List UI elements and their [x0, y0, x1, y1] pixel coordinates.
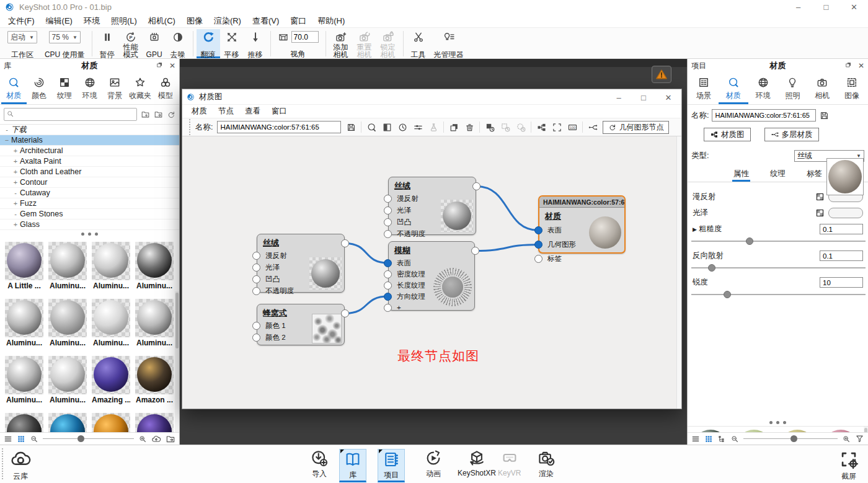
expand-arrow-icon[interactable]: ▶ [693, 226, 697, 233]
zoom-out-icon[interactable] [730, 435, 739, 443]
dock-item-库[interactable]: 库 [339, 449, 366, 482]
perspective-value-input[interactable] [291, 31, 319, 43]
tree-item-Contour[interactable]: +Contour [0, 177, 179, 188]
toolbar-GPU[interactable]: GPU [143, 29, 166, 58]
tree-item-Architectural[interactable]: +Architectural [0, 146, 179, 156]
graph-menu-查看[interactable]: 查看 [239, 104, 266, 118]
material-graph-button[interactable]: 材质图 [704, 128, 751, 141]
material-thumbnail-Amazon ...[interactable]: Amazon ... [135, 356, 174, 404]
input-port-长度纹理[interactable] [384, 281, 392, 290]
graph-minimize-button[interactable]: – [606, 90, 631, 105]
graph-node-blur[interactable]: 模糊表面密度纹理长度纹理方向纹理+ [388, 241, 475, 311]
input-port-表面[interactable] [384, 259, 392, 267]
output-port[interactable] [472, 182, 480, 190]
close-panel-icon[interactable]: ✕ [858, 61, 864, 70]
graph-tool-clockarrow-icon[interactable] [396, 120, 409, 134]
dock-item-动画[interactable]: 动画 [424, 449, 443, 479]
multilayer-material-button[interactable]: 多层材质 [764, 128, 819, 141]
tree-expander[interactable]: - [11, 189, 20, 197]
add-folder-icon[interactable] [141, 110, 150, 119]
input-port-表面[interactable] [534, 226, 542, 234]
tree-expander[interactable]: + [11, 168, 20, 175]
project-tab-场景[interactable]: 场景 [689, 74, 719, 104]
tree-expander[interactable]: − [2, 136, 11, 144]
input-port-凹凸[interactable] [252, 275, 260, 283]
graph-menu-节点[interactable]: 节点 [213, 104, 239, 118]
graph-maximize-button[interactable]: □ [631, 90, 656, 105]
project-tab-相机[interactable]: 相机 [807, 74, 837, 104]
material-thumbnail-Aluminu...[interactable]: Aluminu... [5, 356, 43, 404]
dock-item-导入[interactable]: 导入 [310, 449, 329, 479]
color-swatch-光泽[interactable] [828, 208, 863, 218]
tree-item-Axalta Paint[interactable]: +Axalta Paint [0, 156, 179, 167]
zoom-in-icon[interactable] [138, 435, 147, 443]
toolbar-平移[interactable]: 平移 [220, 29, 244, 58]
menu-照明(L)[interactable]: 照明(L) [105, 14, 143, 28]
toolbar-工作区[interactable]: 启动▼工作区 [4, 29, 41, 58]
input-port-不透明度[interactable] [384, 230, 392, 238]
zoom-out-icon[interactable] [30, 435, 38, 443]
material-thumbnail-Aluminu...[interactable]: Aluminu... [135, 299, 174, 347]
toolbar-工具[interactable]: 工具 [407, 29, 430, 58]
graph-tool-fitview-icon[interactable] [550, 120, 564, 134]
toolbar-性能模式[interactable]: P性能 模式 [119, 29, 143, 58]
graph-close-button[interactable]: ✕ [656, 90, 681, 105]
preset-size-slider[interactable] [743, 435, 838, 443]
slider-handle[interactable] [724, 291, 731, 298]
geometry-node-button[interactable]: 几何图形节点 [603, 121, 669, 134]
input-port-密度纹理[interactable] [384, 270, 392, 278]
input-port-不透明度[interactable] [252, 287, 260, 295]
graph-material-name-input[interactable] [217, 121, 341, 133]
input-port-漫反射[interactable] [252, 252, 260, 260]
slider-track[interactable] [691, 241, 866, 242]
material-thumbnail-Aluminu...[interactable]: Aluminu... [48, 356, 87, 404]
toolbar-CPU 使用量[interactable]: 75 %▼CPU 使用量 [41, 29, 89, 58]
subtab-属性[interactable]: 属性 [732, 167, 750, 182]
toolbar-重置相机[interactable]: 重置 相机 [353, 29, 376, 58]
input-port-漫反射[interactable] [384, 195, 392, 203]
tree-item-Glass[interactable]: +Glass [0, 219, 179, 230]
library-tab-收藏夹[interactable]: 收藏夹 [128, 74, 153, 104]
thumbnail-size-slider[interactable] [43, 435, 134, 443]
cloud-upload-icon[interactable] [151, 434, 161, 444]
menu-相机(C)[interactable]: 相机(C) [143, 14, 181, 28]
dock-item-KeyShotXR[interactable]: KeyShotXR [458, 449, 496, 477]
menu-环境[interactable]: 环境 [78, 14, 105, 28]
maximize-button[interactable]: □ [812, 0, 840, 14]
toolbar-drag-handle[interactable] [188, 118, 191, 136]
input-port-标签[interactable] [534, 255, 542, 263]
graph-tool-layoutsq-icon[interactable] [534, 120, 548, 134]
material-name-input[interactable] [712, 109, 816, 122]
toolbar-翻滚[interactable]: 翻滚 [197, 29, 220, 58]
output-port[interactable] [341, 309, 349, 317]
project-tab-照明[interactable]: 照明 [777, 74, 807, 104]
tree-expander[interactable]: - [11, 210, 20, 218]
float-panel-icon[interactable] [156, 61, 163, 70]
tree-view-icon[interactable] [717, 435, 726, 443]
input-port-颜色 2[interactable] [252, 334, 260, 342]
tree-expander[interactable]: + [11, 157, 20, 165]
toolbar-视角[interactable]: 视角 [274, 29, 322, 58]
graph-tool-halfsq-icon[interactable] [380, 120, 394, 134]
project-tab-环境[interactable]: 环境 [748, 74, 778, 104]
refresh-library-icon[interactable] [167, 110, 175, 119]
dock-item-项目[interactable]: 项目 [378, 449, 405, 482]
tree-expander[interactable]: + [11, 221, 20, 228]
graph-node-velvet_left[interactable]: 丝绒漫反射光泽凹凸不透明度 [257, 234, 345, 293]
slider-track[interactable] [691, 294, 866, 295]
graph-node-honeycomb[interactable]: 蜂窝式颜色 1颜色 2 [257, 304, 345, 345]
material-thumbnail-Aluminu...[interactable]: Aluminu... [5, 299, 43, 347]
toolbar-去噪[interactable]: 去噪 [166, 29, 190, 58]
menu-文件(F)[interactable]: 文件(F) [2, 14, 40, 28]
graph-scrollbar[interactable] [676, 136, 681, 409]
subtab-纹理[interactable]: 纹理 [769, 167, 787, 182]
graph-window-titlebar[interactable]: 材质图 – □ ✕ [182, 89, 681, 105]
tree-item-Cloth and Leather[interactable]: +Cloth and Leather [0, 167, 179, 177]
output-port[interactable] [341, 239, 349, 247]
tree-item-Fuzz[interactable]: +Fuzz [0, 198, 179, 209]
graph-tool-trash-icon[interactable] [463, 120, 476, 134]
dock-item-cloud-library[interactable]: 云库 [10, 449, 31, 482]
subtab-标签[interactable]: 标签 [805, 167, 823, 182]
menu-查看(V)[interactable]: 查看(V) [247, 14, 285, 28]
input-port-光泽[interactable] [252, 264, 260, 272]
